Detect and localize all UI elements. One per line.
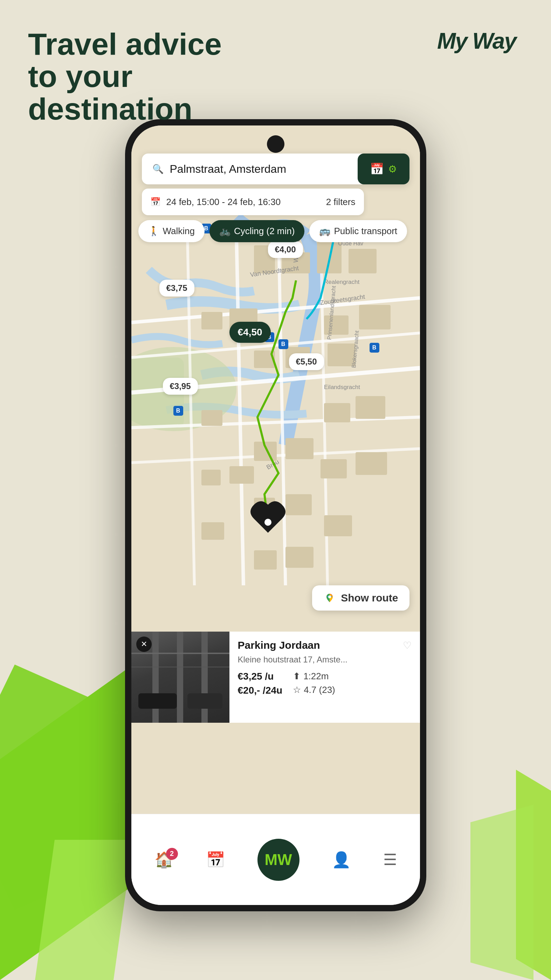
show-route-button[interactable]: Show route [312,585,409,611]
parking-prices: €3,25 /u €20,- /24u [238,671,283,696]
svg-rect-20 [229,466,254,484]
svg-text:Realengracht: Realengracht [324,278,359,285]
calendar-icon: 📅 [370,162,384,176]
tab-cycling[interactable]: 🚲 Cycling (2 min) [210,220,304,242]
cycling-icon: 🚲 [219,226,230,237]
walk-icon: ⬆ [293,671,300,682]
parking-address: Kleine houtstraat 17, Amste... [238,655,411,665]
tab-public-transport[interactable]: 🚌 Public transport [309,220,407,242]
parking-meta-col: ⬆ 1:22m ☆ 4.7 (23) [293,671,335,696]
svg-point-41 [328,595,331,598]
gmaps-icon [323,592,336,604]
nav-logo: MW [264,852,292,867]
svg-rect-26 [324,515,352,536]
bus-marker-2: B [278,339,288,349]
pillar-1 [152,632,159,723]
star-icon: ☆ [293,684,301,695]
search-text: Palmstraat, Amsterdam [170,162,287,176]
parking-card[interactable]: ✕ Parking Jordaan ♡ Kleine houtstraat 17… [131,632,420,723]
nav-home[interactable]: 🏠 2 [154,851,174,869]
nav-center-button[interactable]: MW [257,839,300,881]
calendar-small-icon: 📅 [150,197,161,207]
cycling-label: Cycling (2 min) [234,226,295,237]
parking-header: Parking Jordaan ♡ [238,639,411,651]
bus-marker-4: B [370,343,380,353]
svg-rect-19 [202,470,221,485]
price-per-hour: €3,25 /u [238,671,283,682]
walking-label: Walking [163,226,195,237]
home-badge: 2 [166,848,178,860]
app-logo: My Way [437,28,516,54]
parking-info: Parking Jordaan ♡ Kleine houtstraat 17, … [229,632,420,723]
public-transport-label: Public transport [334,226,397,237]
svg-rect-14 [202,410,222,426]
phone-notch [267,135,284,153]
svg-rect-22 [356,452,387,475]
phone-screen: Van Noordtgracht Westerkar Zoutkeetsgrac… [131,126,420,905]
bus-marker-5: B [173,406,183,416]
map-area: Van Noordtgracht Westerkar Zoutkeetsgrac… [131,126,420,814]
price-label-3: €4,50 [229,322,271,343]
price-per-day: €20,- /24u [238,685,283,696]
car-1 [138,693,177,709]
svg-rect-15 [324,403,350,422]
svg-point-39 [264,519,272,526]
walk-time: ⬆ 1:22m [293,671,335,682]
date-text: 24 feb, 15:00 - 24 feb, 16:30 [167,197,281,207]
svg-rect-27 [254,550,277,570]
bottom-nav: 🏠 2 📅 MW 👤 ☰ [131,814,420,905]
date-filter-bar[interactable]: 📅 24 feb, 15:00 - 24 feb, 16:30 2 filter… [142,189,364,215]
ceiling-1 [131,652,229,654]
bus-icon: 🚌 [319,226,330,237]
pillar-2 [177,632,183,723]
show-route-label: Show route [341,592,398,604]
svg-rect-6 [349,249,376,274]
nav-center[interactable]: MW [257,839,300,881]
parking-image: ✕ [131,632,229,723]
menu-icon: ☰ [383,851,397,869]
nav-calendar-icon: 📅 [206,851,225,869]
rating: ☆ 4.7 (23) [293,684,335,695]
header-title: Travel advice to your destination [28,28,222,125]
close-button[interactable]: ✕ [136,636,152,652]
walking-icon: 🚶 [148,226,159,237]
svg-rect-24 [286,494,312,515]
svg-rect-7 [202,312,222,329]
svg-rect-16 [356,396,385,419]
svg-rect-28 [286,547,313,568]
nav-profile[interactable]: 👤 [332,851,351,869]
parking-name: Parking Jordaan [238,639,320,651]
price-label-4: €5,50 [289,353,324,370]
calendar-filter-button[interactable]: 📅 ⚙ [358,154,410,185]
profile-icon: 👤 [332,851,351,869]
favorite-icon[interactable]: ♡ [403,640,411,651]
svg-text:Eilandsgracht: Eilandsgracht [324,384,360,390]
price-label-2: €3,75 [159,280,194,296]
filters-count: 2 filters [326,197,356,207]
filter-icon: ⚙ [388,163,397,175]
nav-calendar[interactable]: 📅 [206,851,225,869]
svg-rect-10 [359,305,391,329]
phone-mockup: Van Noordtgracht Westerkar Zoutkeetsgrac… [125,119,426,911]
tab-walking[interactable]: 🚶 Walking [138,220,205,242]
car-2 [187,693,222,709]
parking-details: €3,25 /u €20,- /24u ⬆ 1:22m ☆ 4.7 (23) [238,671,411,696]
pillar-3 [202,632,208,723]
price-label-5: €3,95 [163,378,198,395]
price-label-1: €4,00 [268,241,303,258]
bg-shape-4 [470,805,534,980]
nav-menu[interactable]: ☰ [383,851,397,869]
svg-rect-18 [286,438,313,459]
svg-rect-25 [202,522,224,540]
search-icon: 🔍 [152,162,164,175]
transport-tabs: 🚶 Walking 🚲 Cycling (2 min) 🚌 Public tra… [138,220,413,242]
svg-rect-21 [321,459,347,479]
ceiling-2 [131,667,229,667]
